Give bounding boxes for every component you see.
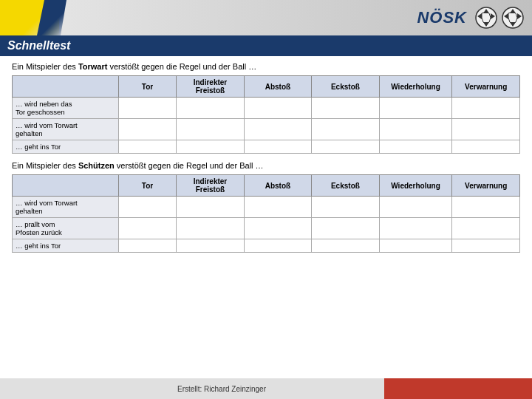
section1-row1-tor	[118, 98, 176, 119]
section1-col-eckstoß: Eckstoß	[312, 76, 379, 98]
footer-right	[384, 378, 532, 399]
section2-col-tor: Tor	[118, 175, 176, 197]
section2-row3-abstoss	[244, 239, 311, 253]
section1-row3-indirekter	[177, 140, 244, 154]
section1-question: Ein Mitspieler des Torwart verstößt gege…	[12, 62, 520, 71]
section1-row3-wiederholung	[379, 140, 452, 154]
section1-col-abstoss: Abstoß	[244, 76, 311, 98]
section1-col-empty	[13, 76, 119, 98]
section1-row2-tor	[118, 119, 176, 140]
section2-row2-indirekter	[177, 218, 244, 239]
section1-row3-verwarnung	[452, 140, 520, 154]
table-row: … prallt vomPfosten zurück	[13, 218, 520, 239]
section2-intro: Ein Mitspieler des	[12, 161, 78, 170]
section2-suffix: verstößt gegen die Regel und der Ball …	[115, 161, 264, 170]
section2-row3-label: … geht ins Tor	[13, 239, 119, 253]
section1-col-wiederholung: Wiederholung	[379, 76, 452, 98]
section2-row1-verwarnung	[452, 197, 520, 218]
page-title: Schnelltest	[7, 39, 70, 52]
section2-row1-eckstoß	[312, 197, 379, 218]
section2-row2-eckstoß	[312, 218, 379, 239]
section1-header-row: Tor IndirekterFreistoß Abstoß Eckstoß Wi…	[13, 76, 520, 98]
table-row: … wird vom Torwartgehalten	[13, 119, 520, 140]
header-title: NÖSK	[417, 8, 467, 27]
section1-col-indirekter: IndirekterFreistoß	[177, 76, 244, 98]
section1-row2-label: … wird vom Torwartgehalten	[13, 119, 119, 140]
section2-header-row: Tor IndirekterFreistoß Abstoß Eckstoß Wi…	[13, 175, 520, 197]
content: Ein Mitspieler des Torwart verstößt gege…	[0, 56, 532, 266]
section1-col-tor: Tor	[118, 76, 176, 98]
section1-row3-label: … geht ins Tor	[13, 140, 119, 154]
section1-row2-abstoss	[244, 119, 311, 140]
section2-row1-indirekter	[177, 197, 244, 218]
section2-row1-wiederholung	[379, 197, 452, 218]
section2-row1-tor	[118, 197, 176, 218]
section1-row2-wiederholung	[379, 119, 452, 140]
section2-question: Ein Mitspieler des Schützen verstößt geg…	[12, 161, 520, 170]
soccer-ball-icon-2	[501, 6, 525, 30]
section1-row1-abstoss	[244, 98, 311, 119]
soccer-ball-icon-1	[474, 6, 498, 30]
section2-row2-label: … prallt vomPfosten zurück	[13, 218, 119, 239]
section1-row1-label: … wird neben dasTor geschossen	[13, 98, 119, 119]
table-row: … wird neben dasTor geschossen	[13, 98, 520, 119]
footer: Erstellt: Richard Zeinzinger	[0, 378, 532, 399]
section2-col-wiederholung: Wiederholung	[379, 175, 452, 197]
section1-row2-indirekter	[177, 119, 244, 140]
footer-left	[0, 378, 59, 399]
section1-row2-verwarnung	[452, 119, 520, 140]
section2-row1-abstoss	[244, 197, 311, 218]
section1-row3-abstoss	[244, 140, 311, 154]
section2-table: Tor IndirekterFreistoß Abstoß Eckstoß Wi…	[12, 174, 520, 253]
section2-row1-label: … wird vom Torwartgehalten	[13, 197, 119, 218]
footer-creator: Erstellt: Richard Zeinzinger	[177, 385, 266, 393]
section1-row1-indirekter	[177, 98, 244, 119]
section2-row3-tor	[118, 239, 176, 253]
section2-bold: Schützen	[78, 161, 115, 170]
section2-row2-verwarnung	[452, 218, 520, 239]
header-icons	[474, 6, 525, 30]
section2-row3-verwarnung	[452, 239, 520, 253]
section2-col-empty	[13, 175, 119, 197]
section2-row2-tor	[118, 218, 176, 239]
section2-col-verwarnung: Verwarnung	[452, 175, 520, 197]
page-title-bar: Schnelltest	[0, 35, 532, 56]
section2-row3-indirekter	[177, 239, 244, 253]
section1-table: Tor IndirekterFreistoß Abstoß Eckstoß Wi…	[12, 75, 520, 154]
section2-col-eckstoß: Eckstoß	[312, 175, 379, 197]
section2-row3-wiederholung	[379, 239, 452, 253]
table-row: … geht ins Tor	[13, 140, 520, 154]
footer-center: Erstellt: Richard Zeinzinger	[59, 378, 384, 399]
section2-col-abstoss: Abstoß	[244, 175, 311, 197]
section1-row3-eckstoß	[312, 140, 379, 154]
section2-row2-wiederholung	[379, 218, 452, 239]
section1-row1-eckstoß	[312, 98, 379, 119]
section1-suffix: verstößt gegen die Regel und der Ball …	[107, 62, 256, 71]
table-row: … wird vom Torwartgehalten	[13, 197, 520, 218]
section1-row1-wiederholung	[379, 98, 452, 119]
section1-row3-tor	[118, 140, 176, 154]
section1-bold: Torwart	[78, 62, 108, 71]
table-row: … geht ins Tor	[13, 239, 520, 253]
section1-intro: Ein Mitspieler des	[12, 62, 78, 71]
header: NÖSK	[0, 0, 532, 35]
section2-row2-abstoss	[244, 218, 311, 239]
section1-row2-eckstoß	[312, 119, 379, 140]
section2-col-indirekter: IndirekterFreistoß	[177, 175, 244, 197]
section1-col-verwarnung: Verwarnung	[452, 76, 520, 98]
section1-row1-verwarnung	[452, 98, 520, 119]
section2-row3-eckstoß	[312, 239, 379, 253]
